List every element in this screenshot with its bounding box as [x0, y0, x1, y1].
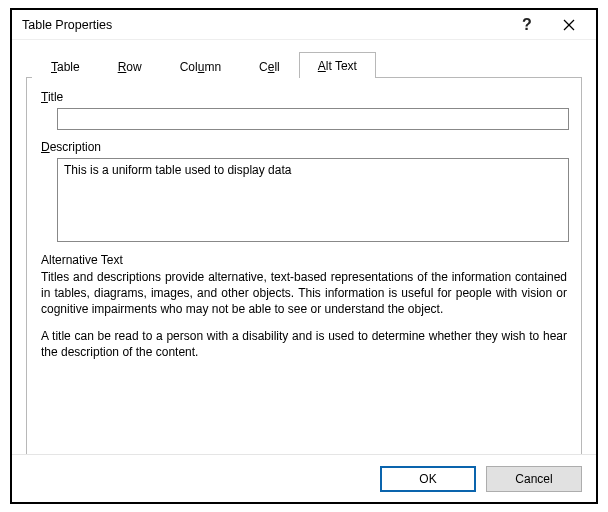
table-properties-dialog: Table Properties ? Table Row C — [12, 10, 596, 502]
tab-row[interactable]: Row — [99, 54, 161, 78]
dialog-body: Table Row Column Cell Alt Text Title — [26, 52, 582, 452]
alt-text-panel: Title Description Alternative Text Title… — [26, 78, 582, 458]
dialog-title: Table Properties — [22, 18, 506, 32]
alt-text-help: Titles and descriptions provide alternat… — [41, 269, 567, 360]
tab-column[interactable]: Column — [161, 54, 240, 78]
screenshot-frame: Table Properties ? Table Row C — [10, 8, 598, 504]
dialog-footer: OK Cancel — [12, 454, 596, 502]
tab-cell[interactable]: Cell — [240, 54, 299, 78]
title-label: Title — [41, 90, 567, 104]
ok-button[interactable]: OK — [380, 466, 476, 492]
help-icon: ? — [522, 16, 532, 34]
tab-alt-text[interactable]: Alt Text — [299, 52, 376, 78]
description-input[interactable] — [57, 158, 569, 242]
titlebar: Table Properties ? — [12, 10, 596, 40]
close-icon — [563, 19, 575, 31]
tab-table[interactable]: Table — [32, 54, 99, 78]
alt-text-help-p1: Titles and descriptions provide alternat… — [41, 269, 567, 318]
cancel-button-label: Cancel — [515, 472, 552, 486]
help-button[interactable]: ? — [506, 11, 548, 39]
ok-button-label: OK — [419, 472, 436, 486]
alt-text-heading: Alternative Text — [41, 253, 567, 267]
cancel-button[interactable]: Cancel — [486, 466, 582, 492]
description-label: Description — [41, 140, 567, 154]
alt-text-help-p2: A title can be read to a person with a d… — [41, 328, 567, 360]
close-button[interactable] — [548, 11, 590, 39]
title-input[interactable] — [57, 108, 569, 130]
tabstrip: Table Row Column Cell Alt Text — [26, 52, 582, 78]
